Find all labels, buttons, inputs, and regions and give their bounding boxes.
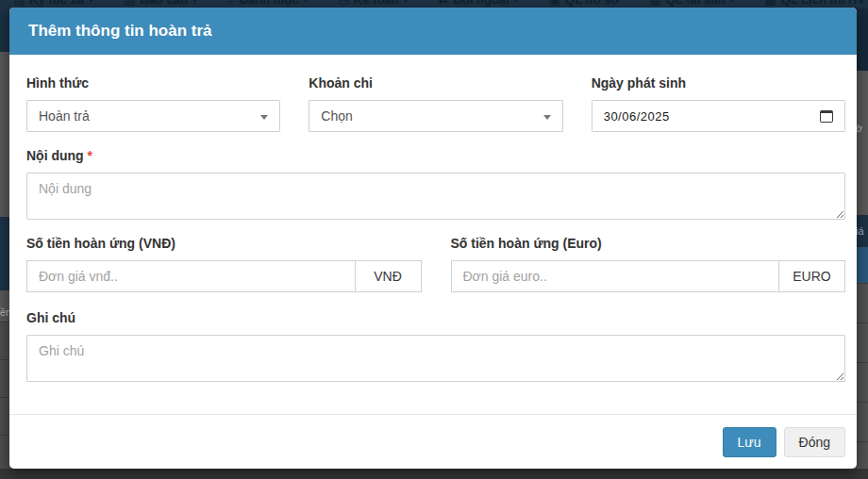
backdrop-fragment	[856, 247, 868, 283]
accounting-icon: ◷	[339, 0, 349, 7]
khoan-chi-selected-value: Chọn	[321, 108, 352, 124]
date-value: 30/06/2025	[604, 109, 670, 124]
backdrop-fragment	[856, 283, 868, 469]
records-icon: ▣	[549, 0, 560, 7]
backdrop-fragment	[0, 469, 868, 479]
assets-icon: ▦	[649, 0, 660, 7]
backdrop-fragment	[856, 0, 868, 71]
nav-item-reports[interactable]: ▥Báo cáo▾	[124, 0, 197, 7]
tien-vnd-label: Số tiền hoàn ứng (VNĐ)	[26, 236, 422, 251]
form-row-money: Số tiền hoàn ứng (VNĐ) VNĐ Số tiền hoàn …	[26, 236, 845, 292]
chevron-down-icon: ▾	[729, 0, 734, 5]
modal-footer: Lưu Đóng	[9, 414, 857, 469]
backdrop-fragment: ền	[0, 306, 9, 322]
chevron-down-icon: ▾	[514, 0, 519, 5]
khoan-chi-label: Khoản chi	[309, 75, 562, 91]
modal-body: Hình thức Hoàn trả Khoản chi Chọn Ngày p…	[9, 55, 857, 414]
field-tien-vnd: Số tiền hoàn ứng (VNĐ) VNĐ	[26, 236, 422, 292]
noi-dung-label-text: Nội dung	[26, 148, 84, 163]
ngay-phat-sinh-date-input[interactable]: 30/06/2025	[592, 100, 845, 132]
chevron-down-icon: ▾	[89, 0, 93, 5]
noi-dung-textarea[interactable]	[26, 173, 845, 220]
form-row-1: Hình thức Hoàn trả Khoản chi Chọn Ngày p…	[26, 75, 845, 132]
ngay-phat-sinh-label: Ngày phát sinh	[592, 75, 845, 91]
tien-euro-input[interactable]	[451, 260, 779, 292]
field-tien-euro: Số tiền hoàn ứng (Euro) EURO	[451, 236, 846, 292]
nav-item-accounting[interactable]: ◷Kế toán▾	[339, 0, 409, 7]
schedule-icon: ▩	[764, 0, 776, 7]
backdrop-fragment: ờ	[856, 123, 868, 138]
dorm-icon: ▤	[13, 0, 25, 7]
category-icon: ≡	[227, 0, 235, 7]
calendar-icon[interactable]	[820, 110, 833, 123]
modal-title: Thêm thông tin hoàn trả	[28, 22, 212, 41]
field-hinh-thuc: Hình thức Hoàn trả	[26, 75, 280, 132]
hinh-thuc-select[interactable]: Hoàn trả	[26, 100, 280, 132]
field-ghi-chu: Ghi chú	[26, 310, 845, 382]
ghi-chu-textarea[interactable]	[26, 335, 845, 382]
tien-euro-label: Số tiền hoàn ứng (Euro)	[451, 236, 846, 251]
tien-vnd-input[interactable]	[26, 260, 355, 292]
khoan-chi-select[interactable]: Chọn	[309, 100, 562, 132]
nav-item-exam-schedule[interactable]: ▩QL Lịch thi HV▾	[764, 0, 868, 7]
backdrop-fragment	[0, 8, 9, 52]
backdrop-fragment	[0, 217, 9, 290]
backdrop-fragment	[0, 322, 9, 469]
add-refund-info-modal: Thêm thông tin hoàn trả Hình thức Hoàn t…	[9, 8, 857, 469]
tien-vnd-group: VNĐ	[26, 260, 422, 292]
field-ngay-phat-sinh: Ngày phát sinh 30/06/2025	[592, 75, 845, 132]
modal-header: Thêm thông tin hoàn trả	[9, 8, 857, 55]
nav-item-external[interactable]: ⇄Đối ngoại▾	[439, 0, 519, 7]
nav-item-records[interactable]: ▣QL hồ sơ	[549, 0, 620, 7]
nav-item-categories[interactable]: ≡Danh mục▾	[227, 0, 308, 7]
save-button[interactable]: Lưu	[723, 427, 776, 457]
caret-down-icon	[543, 115, 551, 120]
tien-euro-group: EURO	[451, 260, 846, 292]
hinh-thuc-label: Hình thức	[26, 75, 280, 91]
hinh-thuc-selected-value: Hoàn trả	[39, 108, 90, 124]
nav-item-assets[interactable]: ▦QL tài sản▾	[649, 0, 734, 7]
report-icon: ▥	[124, 0, 135, 7]
chevron-down-icon: ▾	[303, 0, 308, 5]
field-noi-dung: Nội dung *	[26, 148, 845, 220]
external-icon: ⇄	[439, 0, 449, 7]
chevron-down-icon: ▾	[404, 0, 409, 5]
tien-vnd-addon: VNĐ	[355, 260, 422, 292]
chevron-down-icon: ▾	[192, 0, 197, 5]
field-khoan-chi: Khoản chi Chọn	[309, 75, 562, 132]
tien-euro-addon: EURO	[778, 260, 845, 292]
ghi-chu-label: Ghi chú	[26, 310, 845, 325]
top-navbar-items: ▤Ký túc xá▾ ▥Báo cáo▾ ≡Danh mục▾ ◷Kế toá…	[13, 0, 868, 7]
noi-dung-label: Nội dung *	[26, 148, 845, 163]
backdrop-fragment: iá	[856, 215, 868, 247]
nav-item-dorm[interactable]: ▤Ký túc xá▾	[13, 0, 93, 7]
required-asterisk: *	[88, 148, 92, 163]
caret-down-icon	[260, 115, 268, 120]
close-button[interactable]: Đóng	[784, 427, 845, 457]
